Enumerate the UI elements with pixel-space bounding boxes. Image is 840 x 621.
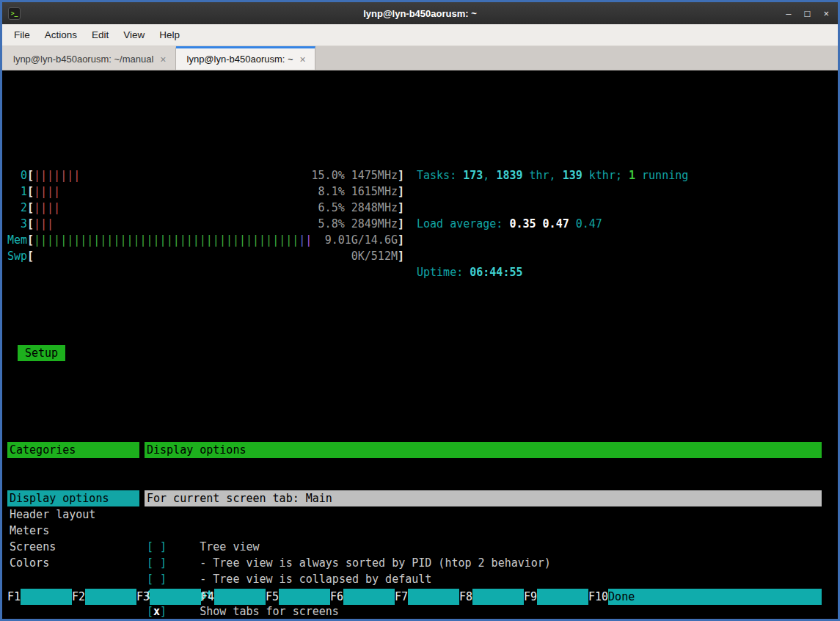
uptime-label: Uptime: [417,266,470,279]
category-item-1[interactable]: Header layout [7,506,139,523]
menu-file[interactable]: File [7,26,37,44]
function-key-f10[interactable]: F10Done [588,589,822,605]
function-key-f3[interactable]: F3 [136,589,201,605]
terminal-screen[interactable]: 0[|||||||15.0% 1475MHz]1[||||8.1% 1615MH… [2,70,838,619]
terminal-tab-0[interactable]: lynp@lyn-b450aorusm: ~/manual× [2,46,176,70]
option-label: Tree view [200,540,259,553]
load-average-line: Load average: 0.35 0.47 0.47 [417,216,688,232]
tab-label: lynp@lyn-b450aorusm: ~/manual [13,54,153,65]
checkbox-mark [153,540,160,553]
header-text-column: Tasks: 173, 1839 thr, 139 kthr; 1 runnin… [417,135,688,313]
checkbox-close-bracket: ] [160,556,167,570]
setup-panels: Categories Display optionsHeader layoutM… [7,410,838,619]
cpu0-meter: 0[|||||||15.0% 1475MHz] [7,167,404,184]
categories-panel-header: Categories [7,442,139,458]
tab-close-icon[interactable]: × [160,54,166,65]
fkey-number: F6 [330,589,343,605]
checkbox-open-bracket: [ [147,605,153,618]
fkey-label [279,589,330,605]
checkbox-close-bracket: ] [160,605,167,618]
checkbox-mark: x [153,605,160,618]
tasks-line: Tasks: 173, 1839 thr, 139 kthr; 1 runnin… [417,167,688,184]
maximize-icon[interactable]: □ [805,8,811,19]
meter-bar: 0K/512M [34,248,398,264]
kernel-threads-count: 139 [563,169,582,182]
memory-meter: Mem[||||||||||||||||||||||||||||||||||||… [7,232,404,248]
function-key-bar: F1F2F3F4F5F6F7F8F9F10Done [7,589,822,605]
checkbox-spacer [167,540,200,553]
terminal-tab-1[interactable]: lynp@lyn-b450aorusm: ~× [176,46,315,70]
meter-label: 3 [7,216,27,232]
cpu1-meter: 1[||||8.1% 1615MHz] [7,184,404,200]
fkey-label [343,589,395,605]
bar-segment: | [305,233,312,247]
option-label: - Tree view is always sorted by PID (hto… [200,556,551,570]
checkbox-close-bracket: ] [160,573,167,586]
checkbox-spacer [167,605,200,618]
minimize-icon[interactable]: – [786,8,791,19]
category-item-2[interactable]: Meters [7,523,139,539]
category-item-0[interactable]: Display options [7,490,139,506]
checkbox-spacer [167,573,200,586]
fkey-label [537,589,588,605]
bar-segment: | [299,233,305,247]
meter-bar-fill: ||||||| [34,167,80,184]
option-row-4[interactable]: [x] Show tabs for screens [145,603,822,619]
checkbox-mark [153,556,160,570]
fkey-label [150,589,201,605]
fkey-number: F2 [72,589,85,605]
close-icon[interactable]: × [823,8,829,19]
htop-header: 0[|||||||15.0% 1475MHz]1[||||8.1% 1615MH… [7,135,838,232]
menu-help[interactable]: Help [152,26,187,44]
meter-open-bracket: [ [27,167,34,184]
function-key-f2[interactable]: F2 [72,589,136,605]
fkey-label: Done [608,589,822,605]
cpu3-meter: 3[|||5.8% 2849MHz] [7,216,404,232]
tasks-label: Tasks: [417,169,463,182]
meter-open-bracket: [ [27,248,34,264]
function-key-f6[interactable]: F6 [330,589,395,605]
function-key-f1[interactable]: F1 [7,589,72,605]
option-row-1[interactable]: [ ] - Tree view is always sorted by PID … [145,555,822,571]
meter-value: 15.0% 1475MHz [312,167,398,184]
window-title: lynp@lyn-b450aorusm: ~ [2,8,838,19]
bar-segment: ||||||| [34,169,80,182]
categories-list: Display optionsHeader layoutMetersScreen… [7,490,139,571]
fkey-number: F7 [395,589,408,605]
fkey-number: F10 [588,589,608,605]
bar-segment: |||| [34,185,60,198]
category-item-4[interactable]: Colors [7,555,139,571]
meter-bar-fill: ||||||||||||||||||||||||||||||||||||||||… [34,232,312,248]
meter-label: Swp [7,248,27,264]
meter-bar-fill: |||| [34,200,60,216]
function-key-f8[interactable]: F8 [459,589,524,605]
fkey-number: F3 [136,589,150,605]
titlebar[interactable]: >_ lynp@lyn-b450aorusm: ~ – □ × [2,2,838,24]
meter-bar: |||||||15.0% 1475MHz [34,167,398,184]
uptime-value: 06:44:55 [470,266,522,279]
load-1min: 0.35 [509,217,536,230]
menu-view[interactable]: View [116,26,152,44]
category-item-3[interactable]: Screens [7,539,139,555]
menu-actions[interactable]: Actions [37,26,84,44]
swap-meter: Swp[0K/512M] [7,248,404,264]
option-row-0[interactable]: [ ] Tree view [145,539,822,555]
function-key-f9[interactable]: F9 [524,589,588,605]
function-key-f4[interactable]: F4 [201,589,266,605]
meter-label: Mem [7,232,27,248]
menu-edit[interactable]: Edit [84,26,116,44]
menubar: FileActionsEditViewHelp [2,24,838,46]
app-icon: >_ [8,7,21,20]
cpu2-meter: 2[||||6.5% 2848MHz] [7,200,404,216]
function-key-f5[interactable]: F5 [266,589,330,605]
option-row-2[interactable]: [ ] - Tree view is collapsed by default [145,571,822,587]
options-panel-subheader: For current screen tab: Main [145,490,822,506]
function-key-f7[interactable]: F7 [395,589,459,605]
fkey-label [21,589,72,605]
meter-bar-fill: ||| [34,216,54,232]
meter-close-bracket: ] [398,167,404,184]
meter-value: 8.1% 1615MHz [318,184,398,200]
tab-close-icon[interactable]: × [300,54,306,65]
fkey-label [214,589,266,605]
threads-count: 1839 [496,169,522,182]
